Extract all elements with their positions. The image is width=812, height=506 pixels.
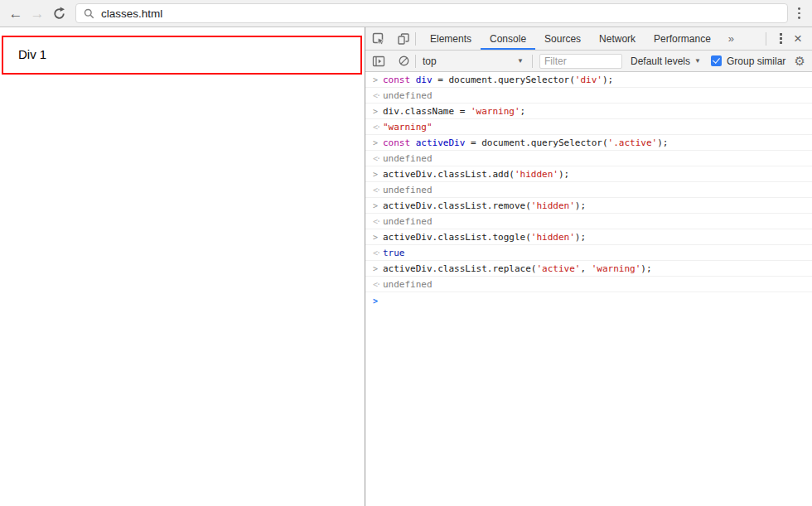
context-selector-value: top <box>423 55 437 67</box>
devtools-tabbar: ElementsConsoleSourcesNetworkPerformance… <box>365 27 812 51</box>
inspect-element-icon[interactable] <box>372 32 385 46</box>
forward-icon: → <box>27 7 48 21</box>
chevron-down-icon: ▼ <box>517 57 524 65</box>
console-output: >const div = document.querySelector('div… <box>365 72 812 506</box>
console-result-value: undefined <box>383 90 433 101</box>
reload-glyph <box>52 7 66 21</box>
console-result-row: <·undefined <box>365 277 812 292</box>
divider <box>415 55 416 68</box>
console-toolbar: top ▼ Default levels ▼ Group similar ⚙ <box>365 51 812 72</box>
more-tabs-icon[interactable]: » <box>720 32 742 45</box>
console-prompt[interactable]: > <box>365 292 812 308</box>
log-levels-label: Default levels <box>631 55 690 67</box>
divider <box>532 55 533 68</box>
console-result-value: undefined <box>383 216 433 227</box>
console-settings-gear-icon[interactable]: ⚙ <box>795 55 805 67</box>
devtools-controls: × <box>761 31 807 46</box>
console-command-text: activeDiv.classList.remove('hidden'); <box>383 200 586 211</box>
console-command-text: activeDiv.classList.add('hidden'); <box>383 169 569 180</box>
log-levels-dropdown[interactable]: Default levels ▼ <box>631 55 701 67</box>
result-arrow-icon: <· <box>373 123 379 133</box>
console-command-row: >const activeDiv = document.querySelecto… <box>365 135 812 151</box>
chevron-down-icon: ▼ <box>694 57 701 65</box>
devtools-tabs: ElementsConsoleSourcesNetworkPerformance <box>421 27 720 50</box>
console-command-text: const activeDiv = document.querySelector… <box>383 137 668 148</box>
console-command-row: >activeDiv.classList.add('hidden'); <box>365 166 812 182</box>
device-toolbar-icon[interactable] <box>397 32 410 46</box>
tab-console[interactable]: Console <box>481 27 535 50</box>
address-bar[interactable]: classes.html <box>75 3 788 23</box>
context-selector[interactable]: top ▼ <box>421 55 527 67</box>
command-chevron-icon: > <box>373 264 378 274</box>
console-result-value: undefined <box>383 279 433 290</box>
result-arrow-icon: <· <box>373 91 379 101</box>
browser-menu-icon[interactable] <box>798 7 800 18</box>
command-chevron-icon: > <box>373 201 378 211</box>
console-command-row: >activeDiv.classList.remove('hidden'); <box>365 198 812 214</box>
tab-network[interactable]: Network <box>590 27 645 50</box>
tab-sources[interactable]: Sources <box>535 27 590 50</box>
command-chevron-icon: > <box>373 75 378 85</box>
command-chevron-icon: > <box>373 233 378 243</box>
console-command-text: activeDiv.classList.toggle('hidden'); <box>383 232 586 243</box>
result-arrow-icon: <· <box>373 217 379 227</box>
console-sidebar-icon[interactable] <box>372 55 385 68</box>
divider <box>415 32 416 46</box>
url-text[interactable]: classes.html <box>101 7 162 20</box>
console-result-value: true <box>383 248 405 258</box>
console-result-value: undefined <box>383 185 433 195</box>
search-icon <box>84 8 94 19</box>
divider <box>766 32 766 46</box>
console-command-row: >const div = document.querySelector('div… <box>365 72 812 88</box>
console-command-text: div.className = 'warning'; <box>383 106 525 117</box>
filter-input[interactable] <box>539 54 622 69</box>
console-command-text: const div = document.querySelector('div'… <box>383 75 613 85</box>
console-command-row: >div.className = 'warning'; <box>365 104 812 119</box>
page-viewport: Div 1 <box>0 27 365 506</box>
prompt-chevron-icon: > <box>373 296 378 306</box>
devtools-panel: ElementsConsoleSourcesNetworkPerformance… <box>365 27 812 506</box>
clear-console-icon[interactable] <box>397 55 410 68</box>
page-div-element: Div 1 <box>2 36 362 75</box>
result-arrow-icon: <· <box>373 280 379 290</box>
group-similar-checkbox[interactable] <box>711 55 722 66</box>
command-chevron-icon: > <box>373 107 378 117</box>
reload-icon[interactable] <box>48 7 70 21</box>
result-arrow-icon: <· <box>373 186 379 195</box>
command-chevron-icon: > <box>373 138 378 148</box>
command-chevron-icon: > <box>373 170 378 180</box>
console-command-text: activeDiv.classList.replace('active', 'w… <box>383 263 652 274</box>
close-icon[interactable]: × <box>794 31 802 46</box>
console-result-row: <·undefined <box>365 214 812 229</box>
console-result-row: <·undefined <box>365 182 812 198</box>
result-arrow-icon: <· <box>373 154 379 164</box>
devtools-menu-icon[interactable] <box>780 33 782 44</box>
console-result-row: <·undefined <box>365 88 812 104</box>
console-command-row: >activeDiv.classList.replace('active', '… <box>365 261 812 277</box>
console-result-value: "warning" <box>383 122 433 133</box>
console-result-row: <·"warning" <box>365 119 812 135</box>
group-similar-label: Group similar <box>727 55 785 67</box>
console-result-value: undefined <box>383 153 433 164</box>
console-command-row: >activeDiv.classList.toggle('hidden'); <box>365 229 812 245</box>
result-arrow-icon: <· <box>373 248 379 258</box>
back-icon[interactable]: ← <box>5 7 27 21</box>
console-result-row: <·true <box>365 245 812 261</box>
tab-performance[interactable]: Performance <box>645 27 720 50</box>
tab-elements[interactable]: Elements <box>421 27 481 50</box>
browser-toolbar: ← → classes.html <box>0 0 812 27</box>
window-content: Div 1 ElementsConsoleSourcesNetworkPerfo… <box>0 27 812 506</box>
console-result-row: <·undefined <box>365 151 812 166</box>
